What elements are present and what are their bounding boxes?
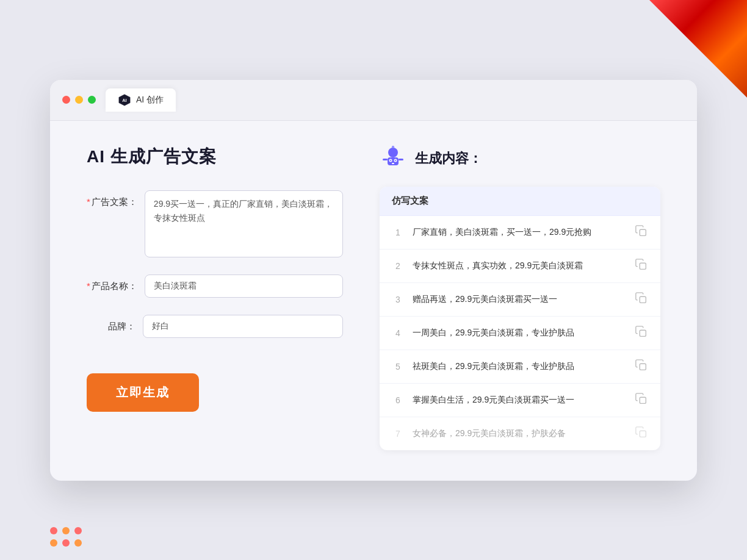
- copy-icon[interactable]: [635, 426, 648, 442]
- brand-label: 品牌：: [87, 315, 135, 332]
- generate-button[interactable]: 立即生成: [87, 373, 199, 412]
- result-row: 1厂家直销，美白淡斑霜，买一送一，29.9元抢购: [380, 216, 660, 249]
- copy-icon[interactable]: [635, 224, 648, 240]
- brand-input[interactable]: [143, 315, 343, 338]
- svg-rect-18: [640, 364, 646, 370]
- robot-icon: [380, 145, 406, 172]
- svg-rect-3: [388, 157, 399, 165]
- svg-text:AI: AI: [122, 98, 126, 103]
- svg-point-11: [395, 160, 396, 161]
- ad-copy-label: *广告文案：: [87, 190, 137, 208]
- svg-rect-19: [640, 397, 646, 403]
- ai-tab-icon: AI: [118, 93, 131, 107]
- svg-rect-20: [640, 431, 646, 437]
- svg-point-10: [390, 160, 391, 161]
- result-row: 7女神必备，29.9元美白淡斑霜，护肤必备: [380, 417, 660, 450]
- browser-tab[interactable]: AI AI 创作: [106, 88, 176, 112]
- right-header: 生成内容：: [380, 145, 660, 172]
- dot: [62, 527, 70, 534]
- browser-window: AI AI 创作 AI 生成广告文案 *广告文案： *产品名称：: [50, 80, 697, 481]
- dot: [50, 527, 57, 534]
- results-table: 仿写文案 1厂家直销，美白淡斑霜，买一送一，29.9元抢购 2专抹女性斑点，真实…: [380, 187, 660, 450]
- required-star-2: *: [87, 281, 90, 291]
- result-text: 专抹女性斑点，真实功效，29.9元美白淡斑霜: [413, 259, 626, 272]
- right-panel: 生成内容： 仿写文案 1厂家直销，美白淡斑霜，买一送一，29.9元抢购 2专抹女…: [380, 145, 660, 450]
- svg-rect-12: [383, 159, 388, 160]
- copy-icon[interactable]: [635, 359, 648, 375]
- dot: [62, 539, 70, 547]
- svg-rect-14: [640, 229, 646, 235]
- svg-rect-16: [640, 296, 646, 303]
- traffic-light-red[interactable]: [62, 96, 70, 104]
- svg-rect-15: [640, 263, 646, 269]
- result-text: 女神必备，29.9元美白淡斑霜，护肤必备: [413, 427, 626, 440]
- result-row: 3赠品再送，29.9元美白淡斑霜买一送一: [380, 283, 660, 317]
- svg-rect-6: [392, 163, 394, 164]
- result-text: 掌握美白生活，29.9元美白淡斑霜买一送一: [413, 393, 626, 406]
- result-number: 6: [392, 395, 404, 405]
- copy-icon[interactable]: [635, 258, 648, 274]
- svg-point-9: [392, 146, 394, 148]
- product-name-label: *产品名称：: [87, 275, 137, 292]
- page-title: AI 生成广告文案: [87, 145, 343, 168]
- traffic-light-yellow[interactable]: [75, 96, 83, 104]
- result-number: 3: [392, 295, 404, 304]
- bg-decoration-bottom-left: [49, 526, 85, 548]
- browser-titlebar: AI AI 创作: [50, 80, 697, 121]
- result-number: 4: [392, 328, 404, 338]
- left-panel: AI 生成广告文案 *广告文案： *产品名称： 品牌： 立: [87, 145, 343, 450]
- results-table-header: 仿写文案: [380, 187, 660, 216]
- dot: [74, 527, 82, 534]
- result-number: 7: [392, 429, 404, 439]
- results-rows: 1厂家直销，美白淡斑霜，买一送一，29.9元抢购 2专抹女性斑点，真实功效，29…: [380, 216, 660, 450]
- result-row: 5祛斑美白，29.9元美白淡斑霜，专业护肤品: [380, 350, 660, 384]
- brand-group: 品牌：: [87, 315, 343, 338]
- result-row: 6掌握美白生活，29.9元美白淡斑霜买一送一: [380, 384, 660, 417]
- result-number: 5: [392, 362, 404, 372]
- result-number: 1: [392, 228, 404, 237]
- dot: [50, 539, 57, 547]
- product-name-input[interactable]: [145, 275, 343, 298]
- result-text: 赠品再送，29.9元美白淡斑霜买一送一: [413, 293, 626, 306]
- right-panel-title: 生成内容：: [415, 149, 482, 168]
- result-row: 4一周美白，29.9元美白淡斑霜，专业护肤品: [380, 317, 660, 350]
- result-text: 厂家直销，美白淡斑霜，买一送一，29.9元抢购: [413, 226, 626, 239]
- result-text: 祛斑美白，29.9元美白淡斑霜，专业护肤品: [413, 360, 626, 373]
- copy-icon[interactable]: [635, 392, 648, 408]
- ad-copy-textarea[interactable]: [145, 190, 343, 257]
- ad-copy-group: *广告文案：: [87, 190, 343, 257]
- result-row: 2专抹女性斑点，真实功效，29.9元美白淡斑霜: [380, 249, 660, 283]
- tab-label: AI 创作: [136, 95, 164, 106]
- copy-icon[interactable]: [635, 292, 648, 307]
- product-name-group: *产品名称：: [87, 275, 343, 298]
- svg-rect-17: [640, 330, 646, 336]
- required-star: *: [87, 196, 90, 207]
- dot: [74, 539, 82, 547]
- traffic-light-green[interactable]: [88, 96, 96, 104]
- copy-icon[interactable]: [635, 325, 648, 341]
- result-number: 2: [392, 261, 404, 271]
- svg-rect-13: [399, 159, 403, 160]
- browser-content: AI 生成广告文案 *广告文案： *产品名称： 品牌： 立: [50, 121, 697, 481]
- result-text: 一周美白，29.9元美白淡斑霜，专业护肤品: [413, 326, 626, 339]
- traffic-lights: [62, 96, 96, 104]
